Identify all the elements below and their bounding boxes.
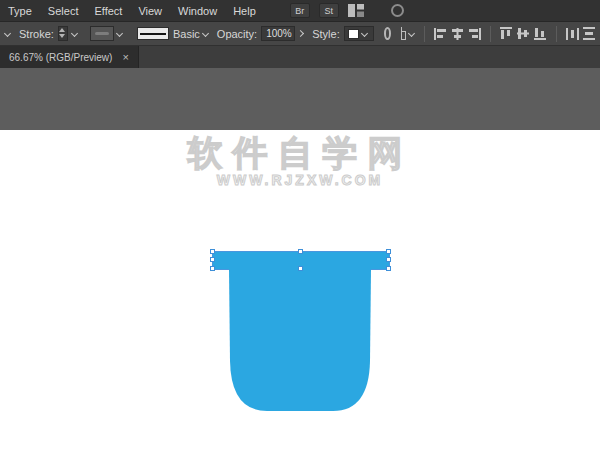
align-middle-icon[interactable] [515, 25, 532, 43]
bucket-body-shape[interactable] [227, 269, 373, 411]
recolor-artwork-icon[interactable] [384, 27, 391, 40]
stroke-preview-icon [137, 27, 169, 40]
width-profile-chevron-icon[interactable] [116, 30, 123, 37]
style-chevron-icon[interactable] [361, 30, 368, 37]
style-swatch-icon [348, 29, 359, 39]
stroke-weight-stepper[interactable] [58, 26, 68, 41]
distribute-horizontal-icon[interactable] [564, 25, 581, 43]
illustrator-window: Type Select Effect View Window Help Br S… [0, 0, 600, 468]
align-bottom-icon[interactable] [532, 25, 549, 43]
align-top-icon[interactable] [498, 25, 515, 43]
opacity-options-chevron-icon[interactable] [297, 30, 304, 37]
selection-handle[interactable] [386, 266, 391, 271]
selection-handle[interactable] [298, 249, 303, 254]
stepper-arrows-icon[interactable] [59, 28, 65, 38]
close-icon[interactable]: × [122, 51, 128, 63]
menu-item-select[interactable]: Select [40, 0, 87, 22]
stroke-style-dropdown[interactable]: Basic [137, 27, 211, 40]
document-tab-bar: 66.67% (RGB/Preview) × [0, 46, 600, 68]
selection-handle[interactable] [210, 257, 215, 262]
menu-bar: Type Select Effect View Window Help Br S… [0, 0, 600, 22]
workspace-switcher-icon[interactable] [348, 4, 364, 17]
divider [424, 26, 425, 42]
stroke-weight-chevron-icon[interactable] [71, 30, 78, 37]
selection-handle[interactable] [210, 266, 215, 271]
document-tab[interactable]: 66.67% (RGB/Preview) × [0, 46, 139, 68]
divider [490, 26, 491, 42]
menu-item-window[interactable]: Window [170, 0, 225, 22]
globe-icon[interactable] [391, 4, 404, 17]
style-label: Style: [312, 28, 340, 40]
document-tab-label: 66.67% (RGB/Preview) [9, 52, 112, 63]
menu-item-effect[interactable]: Effect [86, 0, 130, 22]
opacity-input[interactable]: 100% [261, 26, 295, 41]
align-group-vertical [498, 25, 549, 43]
fill-options-chevron-icon[interactable] [4, 30, 11, 37]
watermark-url: WWW.RJZXW.COM [0, 172, 600, 188]
distribute-group [564, 25, 598, 43]
menu-item-help[interactable]: Help [225, 0, 264, 22]
distribute-vertical-icon[interactable] [581, 25, 598, 43]
document-setup-chevron-icon[interactable] [408, 30, 415, 37]
artboard-canvas[interactable]: 软件自学网 WWW.RJZXW.COM [0, 130, 600, 468]
bridge-icon[interactable]: Br [290, 3, 310, 18]
pasteboard[interactable] [0, 68, 600, 130]
stock-icon[interactable]: St [319, 3, 339, 18]
align-center-icon[interactable] [449, 25, 466, 43]
width-profile-dropdown[interactable] [90, 26, 114, 41]
align-group-horizontal [432, 25, 483, 43]
opacity-label: Opacity: [217, 28, 257, 40]
document-setup-icon[interactable] [401, 27, 406, 40]
align-left-icon[interactable] [432, 25, 449, 43]
watermark-text: 软件自学网 [0, 130, 600, 177]
stroke-label: Stroke: [19, 28, 54, 40]
selection-handle[interactable] [298, 266, 303, 271]
selection-handle[interactable] [386, 249, 391, 254]
selection-handle[interactable] [386, 257, 391, 262]
menu-item-view[interactable]: View [130, 0, 170, 22]
graphic-style-dropdown[interactable] [344, 26, 374, 41]
menu-item-type[interactable]: Type [0, 0, 40, 22]
stroke-style-chevron-icon[interactable] [202, 30, 209, 37]
menu-bar-right-icons: Br St [290, 3, 404, 18]
divider [556, 26, 557, 42]
bucket-body-path[interactable] [229, 269, 371, 411]
selection-handle[interactable] [210, 249, 215, 254]
stroke-style-value: Basic [173, 28, 200, 40]
align-right-icon[interactable] [466, 25, 483, 43]
control-bar: Stroke: Basic Opacity: 100% Style: [0, 22, 600, 46]
